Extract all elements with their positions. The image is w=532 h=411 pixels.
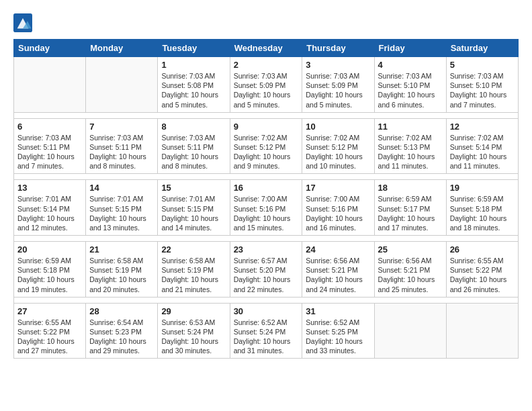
day-number: 24 — [306, 244, 370, 255]
calendar-cell: 10Sunrise: 7:02 AM Sunset: 5:12 PM Dayli… — [302, 118, 374, 174]
calendar-cell: 21Sunrise: 6:58 AM Sunset: 5:19 PM Dayli… — [86, 242, 158, 298]
day-info: Sunrise: 6:59 AM Sunset: 5:18 PM Dayligh… — [17, 256, 82, 294]
day-info: Sunrise: 7:03 AM Sunset: 5:10 PM Dayligh… — [378, 71, 443, 109]
logo-icon — [13, 13, 32, 32]
day-info: Sunrise: 7:01 AM Sunset: 5:14 PM Dayligh… — [17, 194, 82, 232]
week-separator — [14, 112, 519, 118]
day-number: 12 — [450, 122, 515, 132]
day-number: 23 — [234, 244, 299, 255]
calendar-cell: 9Sunrise: 7:02 AM Sunset: 5:12 PM Daylig… — [230, 118, 302, 174]
calendar-cell: 2Sunrise: 7:03 AM Sunset: 5:09 PM Daylig… — [230, 57, 302, 113]
day-number: 1 — [161, 60, 226, 70]
calendar-cell: 1Sunrise: 7:03 AM Sunset: 5:08 PM Daylig… — [158, 57, 230, 113]
day-number: 31 — [306, 306, 370, 316]
day-info: Sunrise: 7:03 AM Sunset: 5:08 PM Dayligh… — [161, 71, 226, 109]
calendar: SundayMondayTuesdayWednesdayThursdayFrid… — [13, 39, 519, 359]
day-number: 30 — [234, 306, 299, 316]
week-separator — [14, 236, 519, 242]
calendar-cell: 12Sunrise: 7:02 AM Sunset: 5:14 PM Dayli… — [446, 118, 518, 174]
day-info: Sunrise: 6:59 AM Sunset: 5:18 PM Dayligh… — [450, 194, 515, 232]
calendar-cell: 14Sunrise: 7:01 AM Sunset: 5:15 PM Dayli… — [86, 180, 158, 236]
day-info: Sunrise: 7:03 AM Sunset: 5:11 PM Dayligh… — [89, 133, 154, 171]
page-header — [13, 13, 519, 32]
day-number: 28 — [89, 306, 154, 316]
day-number: 20 — [17, 244, 82, 255]
week-row-1: 1Sunrise: 7:03 AM Sunset: 5:08 PM Daylig… — [14, 57, 519, 113]
calendar-cell — [374, 303, 446, 359]
day-info: Sunrise: 6:58 AM Sunset: 5:19 PM Dayligh… — [89, 256, 154, 294]
calendar-cell — [446, 303, 518, 359]
day-number: 18 — [378, 183, 443, 193]
day-number: 15 — [161, 183, 226, 193]
day-number: 16 — [234, 183, 299, 193]
day-info: Sunrise: 7:01 AM Sunset: 5:15 PM Dayligh… — [161, 194, 226, 232]
calendar-cell: 25Sunrise: 6:56 AM Sunset: 5:21 PM Dayli… — [374, 242, 446, 298]
day-info: Sunrise: 7:03 AM Sunset: 5:10 PM Dayligh… — [450, 71, 515, 109]
day-info: Sunrise: 7:03 AM Sunset: 5:11 PM Dayligh… — [17, 133, 82, 171]
calendar-cell: 23Sunrise: 6:57 AM Sunset: 5:20 PM Dayli… — [230, 242, 302, 298]
calendar-cell: 29Sunrise: 6:53 AM Sunset: 5:24 PM Dayli… — [158, 303, 230, 359]
calendar-cell: 17Sunrise: 7:00 AM Sunset: 5:16 PM Dayli… — [302, 180, 374, 236]
calendar-cell: 16Sunrise: 7:00 AM Sunset: 5:16 PM Dayli… — [230, 180, 302, 236]
day-info: Sunrise: 6:56 AM Sunset: 5:21 PM Dayligh… — [306, 256, 370, 294]
calendar-cell: 26Sunrise: 6:55 AM Sunset: 5:22 PM Dayli… — [446, 242, 518, 298]
day-info: Sunrise: 7:00 AM Sunset: 5:16 PM Dayligh… — [306, 194, 370, 232]
day-info: Sunrise: 6:59 AM Sunset: 5:17 PM Dayligh… — [378, 194, 443, 232]
calendar-cell: 27Sunrise: 6:55 AM Sunset: 5:22 PM Dayli… — [14, 303, 86, 359]
day-header-monday: Monday — [86, 40, 158, 57]
day-number: 21 — [89, 244, 154, 255]
day-number: 13 — [17, 183, 82, 193]
logo — [13, 13, 35, 32]
calendar-cell: 18Sunrise: 6:59 AM Sunset: 5:17 PM Dayli… — [374, 180, 446, 236]
day-number: 25 — [378, 244, 443, 255]
day-info: Sunrise: 7:03 AM Sunset: 5:09 PM Dayligh… — [306, 71, 370, 109]
day-info: Sunrise: 7:02 AM Sunset: 5:14 PM Dayligh… — [450, 133, 515, 171]
day-info: Sunrise: 7:01 AM Sunset: 5:15 PM Dayligh… — [89, 194, 154, 232]
week-row-5: 27Sunrise: 6:55 AM Sunset: 5:22 PM Dayli… — [14, 303, 519, 359]
week-row-2: 6Sunrise: 7:03 AM Sunset: 5:11 PM Daylig… — [14, 118, 519, 174]
day-info: Sunrise: 6:52 AM Sunset: 5:24 PM Dayligh… — [234, 318, 299, 356]
calendar-cell: 15Sunrise: 7:01 AM Sunset: 5:15 PM Dayli… — [158, 180, 230, 236]
day-info: Sunrise: 6:55 AM Sunset: 5:22 PM Dayligh… — [450, 256, 515, 294]
day-header-wednesday: Wednesday — [230, 40, 302, 57]
day-header-saturday: Saturday — [446, 40, 518, 57]
day-number: 7 — [89, 122, 154, 132]
day-number: 27 — [17, 306, 82, 316]
day-number: 22 — [161, 244, 226, 255]
calendar-cell: 30Sunrise: 6:52 AM Sunset: 5:24 PM Dayli… — [230, 303, 302, 359]
calendar-cell: 20Sunrise: 6:59 AM Sunset: 5:18 PM Dayli… — [14, 242, 86, 298]
day-info: Sunrise: 6:55 AM Sunset: 5:22 PM Dayligh… — [17, 318, 82, 356]
day-number: 10 — [306, 122, 370, 132]
week-separator — [14, 174, 519, 180]
calendar-cell: 4Sunrise: 7:03 AM Sunset: 5:10 PM Daylig… — [374, 57, 446, 113]
day-number: 4 — [378, 60, 443, 70]
day-info: Sunrise: 6:57 AM Sunset: 5:20 PM Dayligh… — [234, 256, 299, 294]
day-number: 11 — [378, 122, 443, 132]
week-row-3: 13Sunrise: 7:01 AM Sunset: 5:14 PM Dayli… — [14, 180, 519, 236]
calendar-cell: 22Sunrise: 6:58 AM Sunset: 5:19 PM Dayli… — [158, 242, 230, 298]
day-info: Sunrise: 6:53 AM Sunset: 5:24 PM Dayligh… — [161, 318, 226, 356]
day-number: 9 — [234, 122, 299, 132]
day-header-sunday: Sunday — [14, 40, 86, 57]
day-number: 8 — [161, 122, 226, 132]
day-info: Sunrise: 6:58 AM Sunset: 5:19 PM Dayligh… — [161, 256, 226, 294]
calendar-cell: 31Sunrise: 6:52 AM Sunset: 5:25 PM Dayli… — [302, 303, 374, 359]
day-number: 2 — [234, 60, 299, 70]
calendar-cell — [14, 57, 86, 113]
calendar-cell: 13Sunrise: 7:01 AM Sunset: 5:14 PM Dayli… — [14, 180, 86, 236]
day-number: 5 — [450, 60, 515, 70]
day-info: Sunrise: 7:02 AM Sunset: 5:13 PM Dayligh… — [378, 133, 443, 171]
day-info: Sunrise: 6:56 AM Sunset: 5:21 PM Dayligh… — [378, 256, 443, 294]
calendar-cell: 7Sunrise: 7:03 AM Sunset: 5:11 PM Daylig… — [86, 118, 158, 174]
days-header-row: SundayMondayTuesdayWednesdayThursdayFrid… — [14, 40, 519, 57]
day-number: 19 — [450, 183, 515, 193]
day-header-tuesday: Tuesday — [158, 40, 230, 57]
day-header-thursday: Thursday — [302, 40, 374, 57]
day-info: Sunrise: 7:00 AM Sunset: 5:16 PM Dayligh… — [234, 194, 299, 232]
calendar-cell — [86, 57, 158, 113]
calendar-cell: 19Sunrise: 6:59 AM Sunset: 5:18 PM Dayli… — [446, 180, 518, 236]
day-number: 29 — [161, 306, 226, 316]
calendar-cell: 8Sunrise: 7:03 AM Sunset: 5:11 PM Daylig… — [158, 118, 230, 174]
calendar-cell: 6Sunrise: 7:03 AM Sunset: 5:11 PM Daylig… — [14, 118, 86, 174]
day-info: Sunrise: 7:03 AM Sunset: 5:09 PM Dayligh… — [234, 71, 299, 109]
